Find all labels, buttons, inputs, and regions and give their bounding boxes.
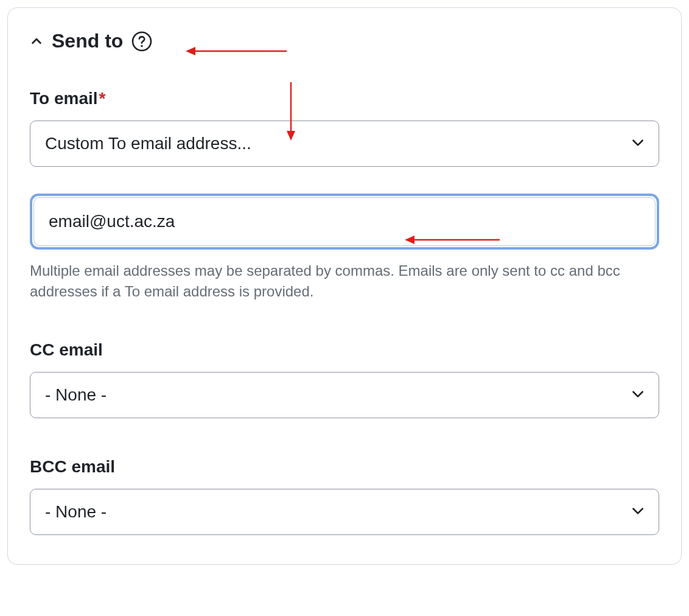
bcc-email-select[interactable]: - None - xyxy=(30,489,659,535)
to-email-select[interactable]: Custom To email address... xyxy=(30,121,659,167)
required-indicator: * xyxy=(99,89,106,108)
cc-email-select-value: - None - xyxy=(45,385,107,405)
bcc-email-select-value: - None - xyxy=(45,502,107,522)
to-email-help-text: Multiple email addresses may be separate… xyxy=(30,261,659,301)
svg-point-1 xyxy=(141,44,143,46)
to-email-label-text: To email xyxy=(30,89,98,108)
send-to-panel: Send to To email* Custom To email addres… xyxy=(7,7,682,565)
to-email-label: To email* xyxy=(30,89,659,108)
field-group-cc-email: CC email - None - xyxy=(30,340,659,418)
section-title: Send to xyxy=(52,30,123,52)
field-group-bcc-email: BCC email - None - xyxy=(30,457,659,535)
help-icon[interactable] xyxy=(131,31,152,52)
to-email-input[interactable] xyxy=(33,197,656,246)
chevron-up-icon xyxy=(30,35,43,48)
section-header-send-to[interactable]: Send to xyxy=(30,30,659,52)
to-email-input-focus-ring xyxy=(30,194,659,250)
field-group-to-email: To email* Custom To email address... Mul… xyxy=(30,89,659,301)
cc-email-label: CC email xyxy=(30,340,659,360)
cc-email-select[interactable]: - None - xyxy=(30,372,659,418)
bcc-email-label: BCC email xyxy=(30,457,659,477)
to-email-select-value: Custom To email address... xyxy=(45,134,251,153)
